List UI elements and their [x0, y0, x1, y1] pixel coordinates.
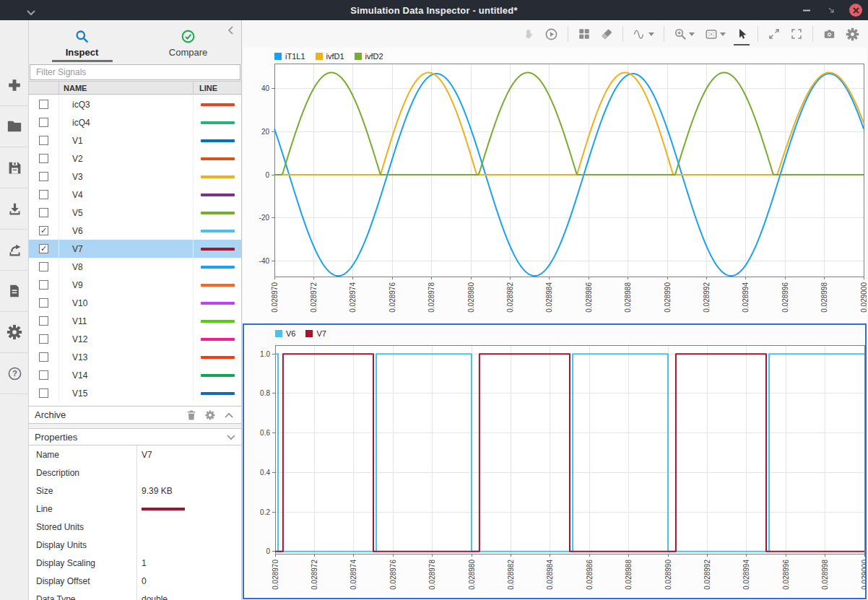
signal-name[interactable]: V9 — [59, 276, 194, 294]
signal-line-swatch[interactable] — [201, 139, 235, 142]
signal-line-swatch[interactable] — [201, 157, 235, 160]
signal-checkbox[interactable] — [39, 118, 48, 127]
export-button[interactable] — [0, 230, 29, 271]
tab-inspect[interactable]: Inspect — [29, 20, 135, 64]
signal-line-swatch[interactable] — [201, 320, 235, 323]
clear-signals-button[interactable] — [600, 25, 613, 43]
signal-row[interactable]: icQ3 — [29, 95, 241, 113]
signal-row[interactable]: V10 — [29, 294, 241, 312]
signal-row[interactable]: V4 — [29, 186, 241, 204]
signal-name[interactable]: V3 — [59, 168, 194, 186]
pan-button[interactable] — [522, 25, 535, 43]
signal-line-swatch[interactable] — [201, 175, 235, 178]
signal-checkbox[interactable] — [39, 388, 48, 398]
signal-name[interactable]: V11 — [59, 312, 194, 330]
property-value[interactable] — [137, 464, 241, 482]
signal-name[interactable]: V14 — [59, 366, 194, 384]
signal-line-swatch[interactable] — [201, 121, 235, 124]
restore-button[interactable] — [825, 4, 838, 17]
signal-checkbox[interactable] — [39, 154, 48, 163]
signal-checkbox[interactable] — [39, 190, 48, 199]
property-value[interactable] — [137, 518, 241, 536]
signal-name[interactable]: icQ4 — [59, 113, 194, 131]
signal-line-swatch[interactable] — [201, 392, 235, 395]
trash-icon[interactable] — [185, 409, 198, 421]
signal-row[interactable]: V13 — [29, 348, 241, 366]
legend-item-ivfD2[interactable]: ivfD2 — [355, 52, 383, 61]
signal-row[interactable]: V2 — [29, 149, 241, 168]
signal-row[interactable]: V14 — [29, 366, 241, 384]
window-menu-chevron-icon[interactable] — [26, 6, 36, 14]
preferences-button[interactable] — [0, 312, 29, 353]
signal-row[interactable]: V3 — [29, 168, 241, 186]
layout-button[interactable] — [578, 25, 591, 43]
signal-name[interactable]: icQ3 — [59, 95, 194, 113]
property-value[interactable]: 9.39 KB — [137, 482, 241, 500]
filter-signals-input[interactable] — [30, 64, 240, 80]
signal-checkbox[interactable] — [39, 334, 48, 344]
signal-checkbox[interactable] — [39, 370, 48, 380]
expand-button[interactable] — [768, 25, 781, 43]
report-button[interactable] — [0, 271, 29, 312]
signal-line-swatch[interactable] — [201, 230, 235, 232]
legend-item-ivfD1[interactable]: ivfD1 — [316, 52, 344, 61]
settings-button[interactable] — [846, 25, 859, 43]
zoom-in-button[interactable] — [674, 25, 695, 43]
tab-compare[interactable]: Compare — [135, 20, 241, 64]
signal-name[interactable]: V4 — [59, 186, 194, 204]
legend-item-iT1L1[interactable]: iT1L1 — [274, 52, 305, 61]
signal-name[interactable]: V13 — [59, 348, 194, 366]
signal-row[interactable]: V11 — [29, 312, 241, 330]
signal-line-swatch[interactable] — [201, 284, 235, 287]
signal-line-swatch[interactable] — [201, 194, 235, 196]
signal-line-swatch[interactable] — [201, 248, 235, 251]
signal-checkbox[interactable]: ✓ — [39, 244, 48, 253]
minimize-button[interactable] — [800, 4, 813, 17]
signal-options-button[interactable] — [633, 25, 654, 43]
chart-plot-top[interactable]: 0.0289700.0289720.0289740.0289760.028978… — [243, 48, 867, 323]
signal-name[interactable]: V5 — [59, 204, 194, 222]
signal-row[interactable]: icQ4 — [29, 113, 241, 131]
open-button[interactable] — [0, 106, 29, 147]
archive-settings-gear-icon[interactable] — [204, 409, 217, 421]
signal-line-swatch[interactable] — [201, 302, 235, 305]
property-value[interactable] — [137, 500, 241, 518]
legend-item-V6[interactable]: V6 — [275, 329, 295, 338]
signal-name[interactable]: V6 — [59, 222, 194, 240]
signal-row[interactable]: V15 — [29, 384, 241, 402]
signal-line-swatch[interactable] — [201, 374, 235, 377]
property-value[interactable]: 0 — [137, 572, 241, 590]
properties-header[interactable]: Properties — [29, 428, 241, 445]
save-button[interactable] — [0, 147, 29, 188]
archive-bar[interactable]: Archive — [29, 406, 241, 424]
signal-checkbox[interactable] — [39, 100, 48, 109]
property-value[interactable]: 1 — [137, 554, 241, 572]
chart-tile-bottom-selected[interactable]: 0.0289700.0289720.0289740.0289760.028978… — [243, 323, 867, 599]
fullscreen-button[interactable] — [790, 25, 803, 43]
chart-tile-top[interactable]: 0.0289700.0289720.0289740.0289760.028978… — [243, 48, 867, 323]
signal-row[interactable]: ✓ V6 — [29, 222, 241, 240]
signal-checkbox[interactable] — [39, 352, 48, 362]
signal-name[interactable]: V10 — [59, 294, 194, 312]
signal-row[interactable]: V9 — [29, 276, 241, 294]
signal-checkbox[interactable] — [39, 280, 48, 290]
archive-collapse-chevron-up-icon[interactable] — [222, 409, 235, 421]
close-button[interactable] — [849, 4, 862, 17]
replay-button[interactable] — [544, 25, 558, 43]
signal-name[interactable]: V2 — [59, 149, 194, 168]
signal-line-swatch[interactable] — [201, 212, 235, 214]
signal-row[interactable]: V1 — [29, 131, 241, 149]
fit-to-view-button[interactable] — [704, 25, 726, 43]
signal-row[interactable]: V5 — [29, 204, 241, 222]
add-button[interactable] — [0, 65, 29, 106]
legend-item-V7[interactable]: V7 — [305, 329, 326, 338]
import-button[interactable] — [0, 188, 29, 230]
signal-checkbox[interactable] — [39, 208, 48, 217]
signal-line-swatch[interactable] — [201, 338, 235, 341]
property-line-swatch[interactable] — [142, 508, 185, 510]
help-button[interactable]: ? — [0, 353, 29, 394]
signal-checkbox[interactable] — [39, 316, 48, 326]
signal-name[interactable]: V12 — [59, 330, 194, 348]
signal-name[interactable]: V1 — [59, 131, 194, 149]
collapse-panel-chevron-icon[interactable] — [227, 25, 236, 33]
